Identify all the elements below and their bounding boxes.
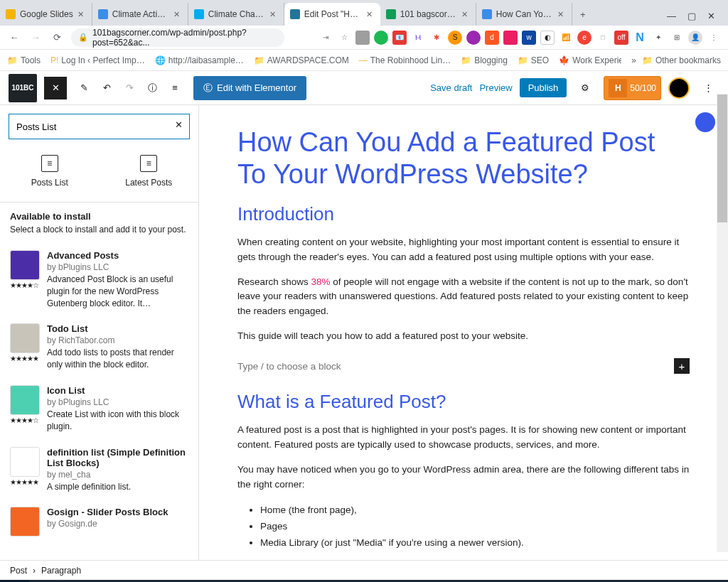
heading-introduction[interactable]: Introduction	[237, 203, 690, 225]
semrush-icon[interactable]	[668, 77, 690, 99]
details-icon[interactable]: ⓘ	[141, 77, 164, 99]
paragraph[interactable]: Research shows 38% of people will not en…	[237, 275, 690, 320]
block-appender[interactable]: Type / to choose a block +	[237, 354, 690, 378]
browser-tab[interactable]: Climate Action - Go✕	[92, 3, 188, 26]
list-item[interactable]: Home (the front page),	[260, 502, 690, 519]
close-tab-icon[interactable]: ✕	[366, 10, 375, 18]
browser-tab[interactable]: How Can You Add✕	[476, 3, 572, 26]
minimize-icon[interactable]: —	[667, 11, 676, 21]
bookmark[interactable]: 🍁Work Experience Le…	[559, 55, 621, 65]
elementor-button[interactable]: ⒺEdit with Elementor	[193, 76, 306, 100]
close-tab-icon[interactable]: ✕	[173, 10, 182, 18]
browser-tab[interactable]: Climate Change - U✕	[188, 3, 284, 26]
new-tab-button[interactable]: +	[572, 3, 594, 26]
paragraph[interactable]: You may have noticed when you go to your…	[237, 463, 690, 492]
settings-gear-icon[interactable]: ⚙	[574, 77, 596, 99]
browser-tab[interactable]: Google Slides✕	[0, 3, 92, 26]
close-tab-icon[interactable]: ✕	[77, 10, 86, 18]
browser-tab[interactable]: Edit Post "How Can✕	[284, 3, 380, 26]
browser-tab-strip: Google Slides✕Climate Action - Go✕Climat…	[0, 0, 728, 26]
block-inserter-panel: ✕ ≡Posts List≡Latest Posts Available to …	[0, 105, 199, 560]
elementor-icon: Ⓔ	[203, 82, 213, 95]
plugin-item[interactable]: Gosign - Slider Posts Blockby Gosign.de	[0, 500, 198, 546]
outline-icon[interactable]: ≡	[164, 77, 186, 99]
site-logo[interactable]: 101BC	[9, 74, 37, 102]
post-title[interactable]: How Can You Add a Featured Post To Your …	[237, 126, 690, 190]
back-button[interactable]: ←	[7, 31, 21, 45]
list-item[interactable]: Pages	[260, 519, 690, 535]
bookmarks-bar: 📁ToolsP!Log In ‹ Perfect Imp…🌐http://lai…	[0, 50, 728, 71]
close-tab-icon[interactable]: ✕	[557, 10, 566, 18]
save-draft-link[interactable]: Save draft	[430, 82, 472, 93]
plugin-item[interactable]: ★★★★★ Todo Listby RichTabor.comAdd todo …	[0, 316, 198, 378]
forward-button[interactable]: →	[28, 31, 43, 45]
extensions: ⇥☆ 📧 Ⲙ ✱ S d w ◐ 📶 e □ off N ✦ ⊞ 👤 ⋮	[291, 31, 721, 45]
bookmark[interactable]: 📁AWARDSPACE.COM	[254, 55, 349, 65]
block-breadcrumb: Post › Paragraph	[0, 560, 728, 580]
browser-tab[interactable]: 101 bagscorner - G✕	[380, 3, 476, 26]
close-icon[interactable]: ✕	[707, 11, 715, 21]
bookmark[interactable]: 📁Blogging	[461, 55, 508, 65]
add-block-icon[interactable]: +	[674, 358, 690, 374]
h-icon: H	[609, 79, 627, 97]
bookmark[interactable]: P!Log In ‹ Perfect Imp…	[50, 55, 145, 65]
stat-link[interactable]: 38%	[311, 276, 331, 287]
redo-button[interactable]: ↷	[118, 77, 141, 99]
undo-button[interactable]: ↶	[95, 77, 118, 99]
heading-what-is[interactable]: What is a Featured Post?	[237, 391, 690, 413]
bookmark[interactable]: 🌐http://laibasample…	[155, 55, 244, 65]
list-item[interactable]: Media Library (or just "Media" if you're…	[260, 535, 690, 551]
clear-search-icon[interactable]: ✕	[175, 119, 183, 130]
block-search-input[interactable]	[9, 114, 190, 139]
crumb[interactable]: Paragraph	[41, 566, 81, 576]
edit-tool-icon[interactable]: ✎	[73, 77, 95, 99]
monsterinsights-icon[interactable]	[695, 112, 715, 132]
preview-link[interactable]: Preview	[479, 82, 512, 93]
window-controls: — ▢ ✕	[654, 11, 728, 26]
paragraph[interactable]: This guide will teach you how to add a f…	[237, 329, 690, 344]
url-input[interactable]: 🔒101bagscorner.com/wp-admin/post.php?pos…	[71, 28, 284, 47]
address-bar: ← → ⟳ 🔒101bagscorner.com/wp-admin/post.p…	[0, 26, 728, 50]
seo-score-badge[interactable]: H50/100	[604, 76, 661, 100]
plugin-item[interactable]: ★★★★☆ Advanced Postsby bPlugins LLCAdvan…	[0, 243, 198, 316]
reload-button[interactable]: ⟳	[50, 31, 64, 45]
post-content: How Can You Add a Featured Post To Your …	[199, 105, 728, 560]
maximize-icon[interactable]: ▢	[687, 11, 696, 21]
plugin-item[interactable]: ★★★★☆ Icon Listby bPlugins LLCCreate Lis…	[0, 378, 198, 440]
bookmark[interactable]: —The Robinhood Lin…	[359, 55, 451, 65]
close-tab-icon[interactable]: ✕	[269, 10, 278, 18]
page-scrollbar[interactable]	[717, 94, 728, 552]
block-result[interactable]: ≡Latest Posts	[117, 155, 181, 188]
install-subtext: Select a block to install and add it to …	[0, 225, 198, 243]
close-tab-icon[interactable]: ✕	[461, 10, 470, 18]
close-editor-button[interactable]: ✕	[44, 77, 67, 99]
bullet-list[interactable]: Home (the front page), Pages Media Libra…	[237, 502, 690, 551]
crumb[interactable]: Post	[10, 566, 27, 576]
block-result[interactable]: ≡Posts List	[18, 155, 82, 188]
bookmark[interactable]: 📁Tools	[7, 55, 41, 65]
lock-icon: 🔒	[78, 33, 88, 42]
editor-body: ✕ ≡Posts List≡Latest Posts Available to …	[0, 105, 728, 560]
bookmark[interactable]: 📁SEO	[518, 55, 549, 65]
publish-button[interactable]: Publish	[520, 78, 567, 97]
paragraph[interactable]: A featured post is a post that is highli…	[237, 423, 690, 453]
editor-toolbar: 101BC ✕ ✎ ↶ ↷ ⓘ ≡ ⒺEdit with Elementor S…	[0, 71, 728, 105]
plugin-item[interactable]: ★★★★★ definition list (Simple Definition…	[0, 440, 198, 500]
available-to-install-heading: Available to install	[0, 202, 198, 225]
paragraph[interactable]: When creating content on your website, h…	[237, 235, 690, 265]
